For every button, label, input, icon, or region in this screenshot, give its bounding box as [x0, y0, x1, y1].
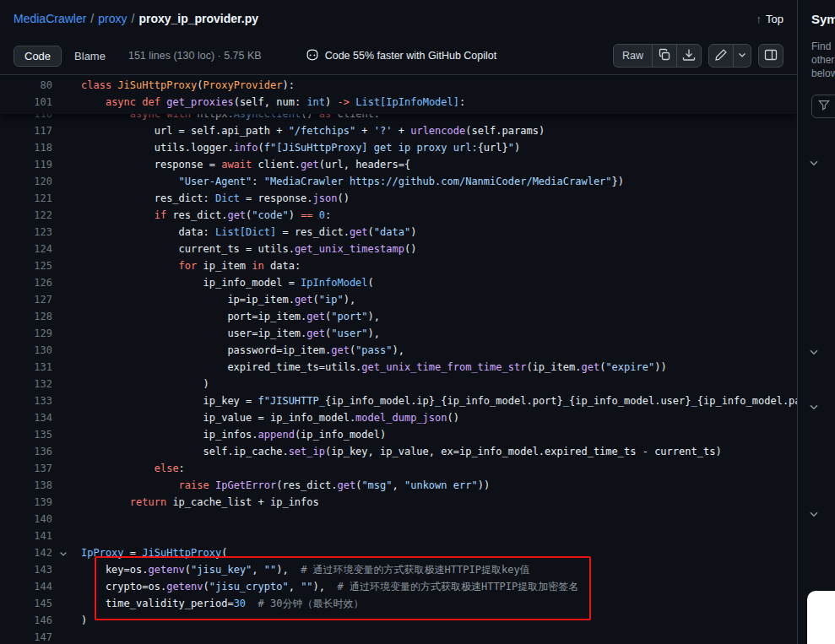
symbol-section-chevron-icon[interactable] — [808, 346, 820, 358]
code-line: 123 data: List[Dict] = res_dict.get("dat… — [0, 224, 797, 241]
line-number[interactable]: 121 — [0, 190, 52, 207]
download-icon — [682, 48, 696, 64]
tab-blame[interactable]: Blame — [63, 46, 117, 67]
code-text: user=ip_item.get("user"), — [81, 325, 380, 342]
description-line: below — [811, 67, 835, 80]
line-number[interactable]: 118 — [0, 139, 52, 156]
line-number[interactable]: 119 — [0, 156, 52, 173]
gutter-gap — [52, 511, 81, 528]
line-number[interactable]: 133 — [0, 392, 52, 409]
line-number[interactable]: 132 — [0, 376, 52, 392]
line-number[interactable]: 122 — [0, 207, 52, 224]
breadcrumb-separator: / — [131, 12, 134, 25]
line-number[interactable]: 134 — [0, 409, 52, 426]
code-line: 124 current_ts = utils.get_unix_timestam… — [0, 241, 797, 257]
code-text: port=ip_item.get("port"), — [81, 308, 380, 325]
code-line: 140 — [0, 511, 797, 528]
code-line: 139 return ip_cache_list + ip_infos — [0, 494, 797, 511]
edit-pencil-icon — [714, 48, 728, 64]
line-number[interactable]: 146 — [0, 612, 52, 629]
gutter-gap — [52, 477, 81, 494]
raw-copy-download-group: Raw — [613, 44, 702, 68]
line-number[interactable]: 137 — [0, 460, 52, 477]
line-number[interactable]: 124 — [0, 241, 52, 257]
description-line: other — [811, 53, 835, 67]
line-number[interactable]: 138 — [0, 477, 52, 494]
line-number[interactable]: 128 — [0, 308, 52, 325]
code-text: ) — [81, 376, 209, 392]
line-number[interactable]: 140 — [0, 511, 52, 528]
download-button[interactable] — [676, 44, 702, 68]
code-text: current_ts = utils.get_unix_timestamp() — [81, 241, 416, 257]
symbols-filter-input[interactable] — [811, 95, 835, 118]
code-line: 130 password=ip_item.get("pass"), — [0, 342, 797, 359]
symbols-panel-button[interactable] — [758, 44, 783, 68]
line-number[interactable]: 127 — [0, 291, 52, 308]
line-number[interactable]: 101 — [0, 94, 52, 111]
copy-button[interactable] — [652, 44, 677, 68]
gutter-gap — [52, 528, 81, 544]
code-text: key=os.getenv("jisu_key", ""), # 通过环境变量的… — [81, 561, 530, 578]
line-number[interactable]: 80 — [0, 77, 52, 94]
line-number[interactable]: 129 — [0, 325, 52, 342]
line-number[interactable]: 125 — [0, 257, 52, 274]
code-text: url = self.api_path + "/fetchips" + '?' … — [81, 122, 545, 139]
symbols-panel-description: Find other below — [798, 26, 835, 80]
breadcrumb-repo-link[interactable]: MediaCrawler — [14, 12, 86, 25]
gutter-gap — [52, 77, 81, 94]
gutter-gap — [52, 629, 81, 644]
line-number[interactable]: 145 — [0, 595, 52, 612]
gutter-gap — [52, 443, 81, 460]
code-text: password=ip_item.get("pass"), — [81, 342, 404, 359]
gutter-gap — [52, 308, 81, 325]
code-line: 135 ip_infos.append(ip_info_model) — [0, 426, 797, 443]
line-number[interactable]: 123 — [0, 224, 52, 241]
code-text: async def get_proxies(self, num: int) ->… — [81, 94, 465, 111]
copilot-banner-link[interactable]: Code 55% faster with GitHub Copilot — [306, 48, 497, 64]
tab-code[interactable]: Code — [14, 46, 62, 67]
line-number[interactable]: 139 — [0, 494, 52, 511]
dropdown-chevron-icon — [737, 50, 747, 62]
symbol-section-chevron-icon[interactable] — [808, 157, 820, 169]
raw-button[interactable]: Raw — [613, 44, 653, 68]
code-line: 125 for ip_item in data: — [0, 257, 797, 274]
code-text: ) — [81, 612, 87, 629]
gutter-gap — [52, 612, 81, 629]
line-number[interactable]: 120 — [0, 173, 52, 190]
code-text: utils.logger.info(f"[JiSuHttpProxy] get … — [81, 139, 520, 156]
copilot-icon — [306, 48, 319, 64]
breadcrumb-separator: / — [90, 12, 94, 25]
line-number[interactable]: 147 — [0, 629, 52, 644]
line-number[interactable]: 126 — [0, 274, 52, 291]
line-number[interactable]: 144 — [0, 578, 52, 595]
line-number[interactable]: 136 — [0, 443, 52, 460]
line-number[interactable]: 135 — [0, 426, 52, 443]
code-line: 119 response = await client.get(url, hea… — [0, 156, 797, 173]
gutter-gap — [52, 139, 81, 156]
edit-button[interactable] — [708, 44, 734, 68]
line-number[interactable]: 130 — [0, 342, 52, 359]
edit-split-button — [708, 44, 751, 68]
line-number[interactable]: 143 — [0, 561, 52, 578]
edit-dropdown-button[interactable] — [733, 44, 751, 68]
code-line: 137 else: — [0, 460, 797, 477]
back-to-top-button[interactable]: ↑ Top — [756, 13, 783, 25]
collapse-chevron-icon[interactable] — [58, 547, 68, 557]
symbol-section-chevron-icon[interactable] — [808, 508, 820, 520]
gutter-gap — [52, 274, 81, 291]
line-number[interactable]: 142 — [0, 544, 52, 561]
line-number[interactable]: 117 — [0, 122, 52, 139]
code-line: 147 — [0, 629, 797, 644]
symbol-section-chevron-icon[interactable] — [808, 401, 820, 413]
code-text: self.ip_cache.set_ip(ip_key, ip_value, e… — [81, 443, 722, 460]
code-text: for ip_item in data: — [81, 257, 301, 274]
breadcrumb-folder-link[interactable]: proxy — [98, 12, 127, 25]
file-header: MediaCrawler/proxy/proxy_ip_provider.py … — [0, 0, 797, 37]
code-line: 129 user=ip_item.get("user"), — [0, 325, 797, 342]
code-line: 132 ) — [0, 376, 797, 392]
line-number[interactable]: 131 — [0, 359, 52, 376]
line-number[interactable]: 141 — [0, 528, 52, 544]
code-line: 127 ip=ip_item.get("ip"), — [0, 291, 797, 308]
code-text: expired_time_ts=utils.get_unix_time_from… — [81, 359, 667, 376]
code-line: 136 self.ip_cache.set_ip(ip_key, ip_valu… — [0, 443, 797, 460]
